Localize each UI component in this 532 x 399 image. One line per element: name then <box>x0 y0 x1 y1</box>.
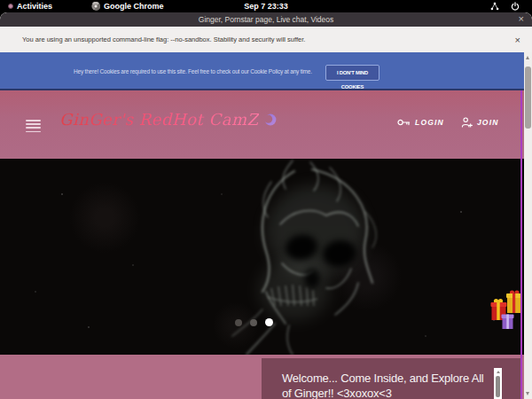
page-accent-line <box>520 90 522 399</box>
cookie-message: Hey there! Cookies are required to use t… <box>74 67 312 74</box>
accept-cookies-button[interactable]: I DON'T MIND COOKIES <box>325 65 379 81</box>
browser-window: Ginger, Pornstar page, Live chat, Videos… <box>0 12 532 399</box>
gnome-top-bar: Activities Google Chrome Sep 7 23:33 <box>0 0 532 12</box>
welcome-line-1: Welcome... Come Inside, and Explore All <box>282 371 485 386</box>
page-bottom-strip: Welcome... Come Inside, and Explore All … <box>0 355 524 399</box>
carousel-dot-2[interactable] <box>250 319 257 326</box>
panel-scrollbar-thumb[interactable] <box>496 376 500 397</box>
user-plus-icon <box>461 117 473 128</box>
chrome-icon <box>91 2 100 11</box>
site-logo[interactable]: GinGer's RedHot CamZ <box>59 110 277 129</box>
welcome-line-2: of Ginger!! <3xoxox<3 <box>282 386 485 399</box>
focused-app-label: Google Chrome <box>104 2 164 11</box>
browser-scrollbar[interactable] <box>524 52 532 399</box>
system-tray[interactable] <box>490 0 520 12</box>
web-page: Hey there! Cookies are required to use t… <box>0 52 524 399</box>
site-header: GinGer's RedHot CamZ <box>0 90 524 159</box>
carousel-dots <box>235 318 273 326</box>
auth-links: LOGIN JOIN <box>397 117 499 128</box>
join-button[interactable]: JOIN <box>461 117 499 128</box>
scrollbar-down-icon[interactable] <box>526 392 529 395</box>
activities-button[interactable]: Activities <box>8 2 52 11</box>
focused-app-menu[interactable]: Google Chrome <box>91 2 164 11</box>
carousel-dot-1[interactable] <box>235 319 242 326</box>
browser-title-bar[interactable]: Ginger, Pornstar page, Live chat, Videos… <box>0 12 532 27</box>
warning-message: You are using an unsupported command-lin… <box>22 35 305 43</box>
warning-close-icon[interactable]: × <box>515 35 520 45</box>
scrollbar-thumb[interactable] <box>525 66 531 129</box>
cookie-banner: Hey there! Cookies are required to use t… <box>0 52 524 90</box>
scrollbar-up-icon[interactable] <box>526 56 529 59</box>
login-button[interactable]: LOGIN <box>397 118 444 127</box>
clock[interactable]: Sep 7 23:33 <box>0 2 532 11</box>
power-icon[interactable] <box>511 2 520 11</box>
key-icon <box>397 118 411 127</box>
page-title: Ginger, Pornstar page, Live chat, Videos <box>199 15 333 24</box>
close-window-icon[interactable]: × <box>519 12 524 26</box>
gift-boxes-icon[interactable] <box>490 286 524 332</box>
login-label: LOGIN <box>415 118 444 127</box>
carousel-dot-3-active[interactable] <box>265 318 273 326</box>
activities-label: Activities <box>17 2 52 11</box>
activities-dot-icon <box>8 4 13 9</box>
join-label: JOIN <box>477 118 499 127</box>
hero-carousel[interactable] <box>0 159 524 355</box>
network-icon[interactable] <box>490 2 499 11</box>
welcome-panel: Welcome... Come Inside, and Explore All … <box>262 358 520 399</box>
site-logo-text: GinGer's RedHot CamZ <box>59 110 259 129</box>
welcome-panel-scrollbar[interactable] <box>494 368 502 399</box>
scroll-up-icon[interactable] <box>497 371 500 373</box>
hamburger-menu-icon[interactable] <box>26 120 42 135</box>
chrome-warning-infobar: You are using an unsupported command-lin… <box>0 27 532 52</box>
crescent-moon-icon <box>264 113 277 126</box>
